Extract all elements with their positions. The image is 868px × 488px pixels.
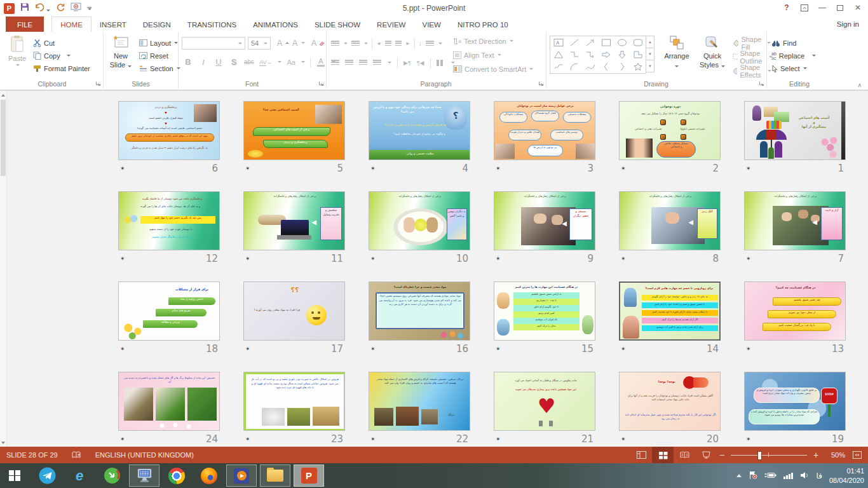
slide-thumbnail-18[interactable]: برای فرار از مشکلاتداشتن روحیه ی شادتفری… [118, 281, 220, 341]
slide-content-element: گاهی ممکن است افراد ناباب، دوستان و نوجو… [626, 394, 715, 410]
zoom-slider[interactable] [731, 447, 807, 463]
zoom-out-button[interactable]: − [717, 450, 727, 460]
line-spacing-button: ↕ [419, 40, 422, 47]
find-button[interactable]: Find [771, 37, 796, 48]
tab-design[interactable]: DESIGN [135, 17, 179, 32]
paragraph-dialog-launcher[interactable] [538, 81, 544, 86]
slide-thumbnail-5[interactable]: آسیب اجتماعی یعنی چه؟برخی از آسیب های اج… [243, 101, 345, 160]
scroll-up-icon[interactable] [0, 91, 6, 99]
help-button[interactable]: ? [778, 1, 796, 14]
taskbar-media-player-icon[interactable] [226, 464, 257, 487]
spell-check-icon[interactable] [72, 451, 81, 460]
shrink-font-button: A [290, 37, 305, 48]
slide-thumbnail-20[interactable]: توجه! توجه!گاهی ممکن است افراد ناباب، دو… [619, 372, 721, 431]
slide-thumbnail-14[interactable]: برای رویارویی با خشم چه مهارت هایی لازم … [619, 281, 721, 341]
zoom-slider-thumb[interactable] [757, 451, 762, 460]
slide-thumbnail-21[interactable]: ماده نیکوتین در سیگار و قلیان به آسانی ا… [494, 372, 595, 431]
slide-number: 4 [462, 163, 468, 174]
slide-thumbnail-3[interactable]: برخی عوامل زمینه ساز آسیب در نوجوانانمشک… [494, 101, 595, 160]
tab-home[interactable]: HOME [51, 17, 92, 32]
arrange-button[interactable]: Arrange [660, 35, 693, 70]
slide-content-element: بر طبق قانون، نگهداری و مخفی نمودن، خرید… [754, 388, 820, 403]
tab-nitro-pro[interactable]: NITRO PRO 10 [449, 17, 517, 32]
taskbar-powerpoint-icon[interactable]: P [294, 464, 324, 487]
section-button[interactable]: Section [139, 63, 180, 74]
slide-sorter-view-button[interactable] [652, 447, 674, 463]
slide-thumbnail-12[interactable]: پرخاشگری باعث می شود دوستان از ما فاصله … [118, 191, 220, 250]
minimize-button[interactable]: — [813, 1, 831, 14]
close-button[interactable]: ✕ [849, 1, 867, 14]
collapse-ribbon-button[interactable]: ∧ [857, 82, 862, 88]
reading-view-button[interactable] [674, 447, 695, 463]
tab-transitions[interactable]: TRANSITIONS [179, 17, 245, 32]
taskbar-file-explorer-icon[interactable] [260, 464, 290, 487]
zoom-in-button[interactable]: + [811, 450, 821, 460]
taskbar-idm-icon[interactable] [97, 464, 127, 487]
slide-thumbnail-22[interactable]: تریاک، مرفین، حشیش، شیشه، کراک و قرص های… [369, 372, 470, 431]
slide-thumbnail-4[interactable]: شما چه چیزهایی برای زندگی خود مهم و با ا… [369, 101, 470, 160]
taskbar-telegram-icon[interactable] [32, 464, 62, 487]
slide-thumbnail-8[interactable]: برخی از اشکال رفتارهای پرخاشگرانه◀کتک زد… [619, 191, 721, 250]
format-painter-icon [33, 64, 41, 72]
start-button[interactable] [0, 463, 29, 488]
slide-thumbnail-2[interactable]: دوره نوجوانینوجوانان گروه سنی ۱۲ تا ۱۸ س… [619, 101, 721, 160]
new-slide-button[interactable]: NewSlide [106, 35, 135, 70]
layout-button[interactable]: Layout [139, 37, 178, 48]
language-label[interactable]: ENGLISH (UNITED KINGDOM) [95, 451, 194, 459]
slide-thumbnail-23[interactable]: هروئین در اشکال خالص به صورت پودر بلوری … [243, 372, 345, 431]
sign-in-link[interactable]: Sign in [837, 20, 859, 28]
copy-button[interactable]: Copy [33, 50, 71, 61]
clipboard-dialog-launcher[interactable] [95, 81, 101, 86]
tab-insert[interactable]: INSERT [92, 17, 135, 32]
taskbar-chrome-icon[interactable] [161, 464, 192, 487]
tab-file[interactable]: FILE [6, 17, 44, 32]
slide-thumbnail-24[interactable]: حشیش: این ماده از مخلوط برگ ها و گل های … [118, 372, 220, 431]
network-signal-icon[interactable] [783, 473, 793, 479]
taskbar-internet-explorer-icon[interactable]: e [64, 464, 95, 487]
taskbar-clock[interactable]: 01:4108/04/2020 [829, 466, 864, 485]
drawing-dialog-launcher[interactable] [759, 81, 764, 86]
cut-button[interactable]: Cut [33, 37, 55, 48]
shapes-gallery[interactable] [550, 36, 646, 74]
slide-content-element: مواد مخدر موادی هستند که مصرف آنها تغییر… [378, 294, 462, 327]
scrollbar-thumb[interactable] [1, 100, 6, 176]
slide-content-element: یک لیوان آب بنوشیم [513, 318, 580, 324]
reset-button[interactable]: Reset [139, 50, 168, 61]
slide-thumbnail-6[interactable]: پرخاشگری و دزدی▼نتیجه کنترل نکردن خشم اس… [118, 101, 220, 160]
taskbar-onscreen-keyboard-icon[interactable] [129, 464, 159, 487]
slide-thumbnail-10[interactable]: برخی از اشکال رفتارهای پرخاشگرانه◀به دیگ… [369, 191, 470, 250]
slide-thumbnail-1[interactable]: آسیب های اجتماعی و پیشگیری از آنها [744, 101, 846, 160]
action-center-flag-icon[interactable] [749, 470, 757, 482]
normal-view-button[interactable] [630, 447, 652, 463]
slide-thumbnail-11[interactable]: برخی از اشکال رفتارهای پرخاشگرانه◀شکستن … [243, 191, 345, 250]
scroll-down-icon[interactable] [0, 438, 6, 447]
maximize-button[interactable] [831, 1, 849, 14]
quick-styles-button[interactable]: QuickStyles [696, 35, 729, 70]
slide-thumbnail-13[interactable]: در هنگام عصبانیت چه کنیم؟چند نفس عمیق بک… [744, 281, 846, 341]
show-hidden-icons-button[interactable] [736, 474, 742, 477]
shapes-gallery-scrollbar[interactable]: ▲▼▼ [646, 36, 654, 72]
volume-icon[interactable] [800, 470, 810, 482]
slide-thumbnail-17[interactable]: ؟؟چرا افراد به مواد مخدر روی می آورند؟ [243, 281, 345, 341]
slide-thumbnail-15[interactable]: در هنگام عصبانیت این مهارت ها را تمرین ک… [494, 281, 595, 341]
zoom-level-label[interactable]: 50% [821, 451, 845, 459]
tab-slide-show[interactable]: SLIDE SHOW [306, 17, 369, 32]
taskbar-firefox-icon[interactable] [194, 464, 224, 487]
vertical-scrollbar[interactable] [0, 91, 7, 447]
ribbon-display-options-button[interactable] [796, 1, 813, 14]
slide-thumbnail-19[interactable]: STOPبر طبق قانون، نگهداری و مخفی نمودن، … [744, 372, 846, 431]
power-battery-icon[interactable] [764, 470, 776, 482]
slide-thumbnail-16[interactable]: مواد مخدر چیست و چرا خطرناک است؟مواد مخد… [369, 281, 470, 341]
slide-thumbnail-9[interactable]: برخی از اشکال رفتارهای پرخاشگرانهتمسخر و… [494, 191, 595, 250]
slide-thumbnail-7[interactable]: برخی از اشکال رفتارهای پرخاشگرانه◀آزار و… [744, 191, 846, 250]
format-painter-button[interactable]: Format Painter [33, 63, 90, 74]
select-button[interactable]: Select [771, 63, 807, 74]
replace-button[interactable]: abac Replace [771, 50, 816, 61]
slide-show-button[interactable] [695, 447, 717, 463]
tab-animations[interactable]: ANIMATIONS [245, 17, 306, 32]
tab-review[interactable]: REVIEW [369, 17, 414, 32]
language-indicator[interactable]: فا [817, 471, 822, 480]
font-dialog-launcher[interactable] [318, 81, 324, 86]
fit-slide-to-window-button[interactable] [849, 447, 865, 463]
tab-view[interactable]: VIEW [414, 17, 449, 32]
